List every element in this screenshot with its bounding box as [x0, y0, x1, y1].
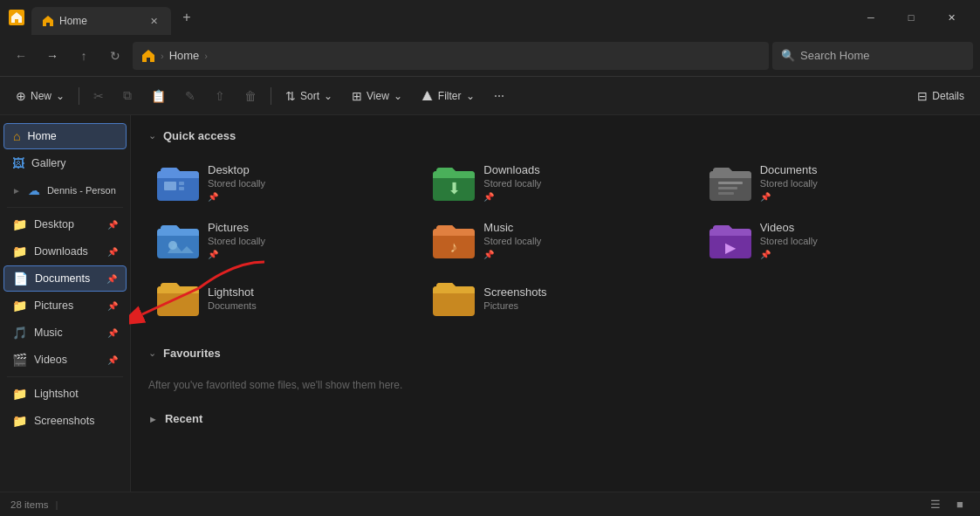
- qa-name-screenshots: Screenshots: [483, 286, 546, 299]
- sidebar-item-screenshots[interactable]: 📁 Screenshots: [3, 408, 127, 434]
- sort-button[interactable]: ⇅ Sort ⌄: [277, 82, 341, 110]
- tab-home[interactable]: Home ✕: [31, 7, 171, 35]
- toolbar: ⊕ New ⌄ ✂ ⧉ 📋 ✎ ⇧ 🗑 ⇅ Sort ⌄ ⊞ View ⌄ ⯅ …: [0, 77, 980, 115]
- favourites-title: Favourites: [163, 347, 221, 360]
- music-pin-icon: 📌: [107, 328, 118, 338]
- qa-icon-music: ♪: [433, 219, 475, 261]
- quick-access-title: Quick access: [163, 129, 236, 142]
- videos-folder-icon: 🎬: [12, 353, 27, 367]
- toolbar-sep-1: [79, 87, 79, 105]
- qa-item-desktop[interactable]: Desktop Stored locally 📌: [148, 155, 410, 210]
- copy-icon: ⧉: [123, 88, 132, 103]
- qa-pin-videos: 📌: [760, 250, 818, 259]
- qa-item-music[interactable]: ♪ Music Stored locally 📌: [424, 212, 686, 268]
- refresh-button[interactable]: ↻: [101, 42, 129, 70]
- qa-info-desktop: Desktop Stored locally 📌: [208, 163, 265, 202]
- sidebar-music-label: Music: [34, 327, 63, 339]
- desktop-pin-icon: 📌: [107, 220, 118, 230]
- sidebar-item-lightshot[interactable]: 📁 Lightshot: [3, 381, 127, 407]
- window-controls: ─ □ ✕: [851, 0, 971, 35]
- address-path[interactable]: › Home ›: [133, 42, 769, 70]
- qa-info-lightshot: Lightshot Documents: [208, 286, 257, 311]
- qa-item-downloads[interactable]: ⬇ Downloads Stored locally 📌: [424, 155, 686, 210]
- quick-access-header[interactable]: ⌄ Quick access: [148, 129, 963, 142]
- sort-label: Sort: [300, 90, 319, 102]
- maximize-button[interactable]: □: [891, 0, 931, 35]
- recent-title: Recent: [165, 412, 202, 425]
- sidebar-item-desktop[interactable]: 📁 Desktop 📌: [3, 211, 127, 237]
- qa-icon-videos: ▶: [709, 219, 751, 261]
- qa-icon-screenshots: [433, 277, 475, 319]
- forward-button[interactable]: →: [38, 42, 66, 70]
- qa-icon-desktop: [157, 162, 199, 203]
- new-label: New: [31, 90, 51, 102]
- cut-icon: ✂: [93, 89, 104, 103]
- more-button[interactable]: ⋯: [485, 82, 513, 110]
- share-button[interactable]: ⇧: [206, 82, 234, 110]
- main-content: ⌄ Quick access Desktop Stored loca: [131, 115, 980, 492]
- svg-rect-1: [179, 182, 184, 185]
- new-tab-button[interactable]: +: [175, 5, 199, 30]
- sidebar-item-gallery[interactable]: 🖼 Gallery: [3, 150, 127, 176]
- up-button[interactable]: ↑: [70, 42, 98, 70]
- sidebar-home-label: Home: [27, 130, 56, 142]
- search-box[interactable]: 🔍 Search Home: [772, 42, 973, 70]
- path-home-icon: [141, 49, 155, 63]
- qa-sub-screenshots: Pictures: [483, 300, 546, 311]
- svg-rect-2: [179, 187, 184, 190]
- list-view-button[interactable]: ☰: [926, 495, 945, 514]
- lightshot-folder-icon: 📁: [12, 387, 27, 401]
- favourites-header[interactable]: ⌄ Favourites: [148, 347, 963, 360]
- cloud-icon: ☁: [28, 183, 40, 197]
- qa-sub-videos: Stored locally: [760, 236, 818, 246]
- sidebar-item-documents[interactable]: 📄 Documents 📌: [3, 265, 127, 292]
- documents-folder-icon: 📄: [13, 272, 28, 286]
- recent-section: ► Recent: [148, 412, 963, 425]
- grid-view-button[interactable]: ■: [950, 495, 970, 514]
- qa-pin-music: 📌: [483, 250, 541, 259]
- sidebar-item-music[interactable]: 🎵 Music 📌: [3, 320, 127, 346]
- view-controls: ☰ ■: [926, 495, 970, 514]
- qa-name-documents: Documents: [760, 163, 818, 176]
- tab-close-button[interactable]: ✕: [147, 14, 161, 28]
- paste-button[interactable]: 📋: [142, 82, 175, 110]
- cut-button[interactable]: ✂: [85, 82, 113, 110]
- qa-item-documents[interactable]: Documents Stored locally 📌: [701, 155, 963, 210]
- qa-name-downloads: Downloads: [483, 163, 541, 176]
- sidebar-item-home[interactable]: ⌂ Home: [3, 123, 127, 149]
- pictures-pin-icon: 📌: [107, 301, 118, 311]
- qa-name-pictures: Pictures: [208, 221, 265, 234]
- search-placeholder: Search Home: [800, 49, 869, 62]
- toolbar-sep-2: [271, 87, 271, 105]
- filter-button[interactable]: ⯅ Filter ⌄: [413, 82, 483, 110]
- close-button[interactable]: ✕: [931, 0, 971, 35]
- rename-icon: ✎: [185, 89, 195, 103]
- qa-item-pictures[interactable]: Pictures Stored locally 📌: [148, 212, 410, 268]
- sidebar-lightshot-label: Lightshot: [34, 388, 79, 400]
- qa-item-videos[interactable]: ▶ Videos Stored locally 📌: [701, 212, 963, 268]
- view-button[interactable]: ⊞ View ⌄: [343, 82, 411, 110]
- recent-header[interactable]: ► Recent: [148, 412, 963, 425]
- qa-name-videos: Videos: [760, 221, 818, 234]
- details-icon: ⊟: [917, 89, 928, 103]
- qa-item-screenshots[interactable]: Screenshots Pictures: [424, 270, 686, 326]
- qa-item-lightshot[interactable]: Lightshot Documents: [148, 270, 410, 326]
- qa-sub-music: Stored locally: [483, 236, 541, 246]
- minimize-button[interactable]: ─: [851, 0, 891, 35]
- new-button[interactable]: ⊕ New ⌄: [7, 82, 73, 110]
- tab-home-label: Home: [59, 15, 87, 27]
- status-separator: |: [55, 499, 58, 510]
- delete-button[interactable]: 🗑: [236, 82, 265, 110]
- sidebar-desktop-label: Desktop: [34, 218, 74, 230]
- copy-button[interactable]: ⧉: [114, 82, 140, 110]
- qa-icon-downloads: ⬇: [433, 162, 475, 203]
- back-button[interactable]: ←: [7, 42, 35, 70]
- sidebar-item-pictures[interactable]: 📁 Pictures 📌: [3, 292, 127, 319]
- details-button[interactable]: ⊟ Details: [908, 82, 973, 110]
- sidebar-item-downloads[interactable]: 📁 Downloads 📌: [3, 238, 127, 265]
- sidebar-item-videos[interactable]: 🎬 Videos 📌: [3, 347, 127, 373]
- rename-button[interactable]: ✎: [176, 82, 204, 110]
- qa-sub-lightshot: Documents: [208, 300, 257, 311]
- qa-pin-downloads: 📌: [483, 192, 541, 202]
- sidebar-item-person[interactable]: ► ☁ Dennis - Person: [3, 177, 127, 203]
